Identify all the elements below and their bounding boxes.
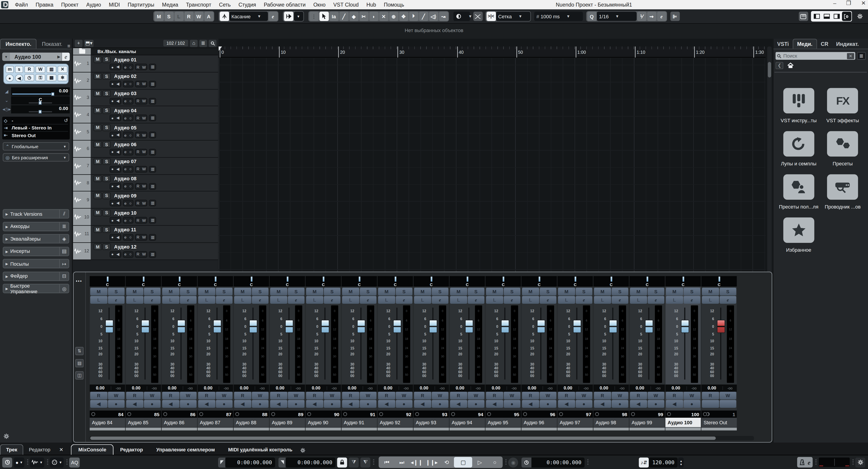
zone-setup-gear-icon[interactable] — [299, 447, 308, 455]
monitor-button[interactable]: ◀ — [234, 400, 251, 408]
close-lower-zone-icon[interactable]: ✕ — [56, 445, 67, 455]
pan-control[interactable]: C — [665, 276, 701, 287]
pan-control[interactable]: C — [629, 276, 665, 287]
tool-play[interactable]: ◁⟩ — [429, 11, 438, 21]
fader-handle[interactable] — [321, 320, 329, 333]
media-back-icon[interactable]: ❮ — [776, 62, 783, 69]
meter-peak-value[interactable]: -oo — [255, 386, 269, 390]
lanes-icon[interactable]: ▥ — [151, 65, 154, 69]
arranger-mode-button[interactable]: ◉ — [508, 457, 518, 467]
channel-name[interactable]: Аудио 91 — [342, 418, 377, 427]
automation-scope-select[interactable]: ⌃Глобальные▼ — [3, 142, 69, 150]
listen-button[interactable]: L — [522, 296, 539, 304]
menu-Файл[interactable]: Файл — [11, 0, 32, 9]
performance-monitor-icon[interactable] — [2, 457, 12, 467]
section-фейдер[interactable]: ▶Фейдер⊟ — [3, 271, 69, 281]
tool-scrub[interactable]: ⏵ — [409, 11, 418, 21]
track-row-body[interactable]: MSАудио 11●◀e○RW▥ — [91, 226, 218, 242]
track-row[interactable]: 12MSАудио 12●◀e○RW▥ — [73, 243, 218, 260]
edit-channel-icon[interactable]: e — [124, 167, 127, 171]
fader-section[interactable]: 126051015203040600006121824304050 — [557, 305, 593, 383]
write-icon[interactable]: W — [142, 235, 146, 239]
menu-Сеть[interactable]: Сеть — [215, 0, 235, 9]
insert-bypass-icon[interactable]: ○ — [129, 150, 131, 154]
toolbar-setup-gear-icon[interactable] — [855, 11, 864, 21]
lanes-icon[interactable]: ▥ — [151, 99, 154, 103]
edit-button[interactable]: e — [287, 296, 305, 304]
mixer-scrollbar[interactable] — [90, 436, 754, 440]
automation-l-button[interactable]: L — [174, 11, 184, 21]
write-button[interactable]: W — [323, 392, 340, 399]
solo-button[interactable]: S — [612, 288, 628, 295]
channel-name[interactable]: Stereo Out — [702, 418, 737, 427]
mixer-channel[interactable]: CMSLe1260510152030406000061218243040500.… — [665, 276, 701, 430]
musical-mode-button[interactable]: ✻ — [58, 74, 68, 81]
tool-erase[interactable]: ◆ — [349, 11, 359, 21]
insert-bypass-icon[interactable]: ○ — [129, 167, 131, 171]
zone-tab-midi-удалённый-контроль[interactable]: MIDI удалённый контроль — [221, 445, 299, 455]
track-filter-list-icon[interactable]: ≣ — [199, 39, 207, 47]
channel-name[interactable]: Аудио 94 — [450, 418, 485, 427]
output-routing-row[interactable]: ⇤Stereo Out — [4, 132, 68, 139]
solo-button[interactable]: S — [432, 288, 448, 295]
mute-button[interactable]: M — [630, 288, 647, 295]
io-channels-folder-row[interactable]: Вх./Вых. каналы — [73, 48, 218, 55]
track-row-body[interactable]: MSАудио 04●◀e○RW▥ — [91, 106, 218, 123]
read-button[interactable]: R — [24, 66, 34, 73]
edit-channel-icon[interactable]: e — [124, 99, 127, 103]
mixer-channel[interactable]: CMSLe1260510152030406000061218243040500.… — [270, 276, 305, 430]
forward-button[interactable]: ❙❙▸ — [424, 457, 439, 468]
mixer-channel[interactable]: CMSLe1260510152030406000061218243040500.… — [162, 276, 197, 430]
track-solo-button[interactable]: S — [102, 107, 111, 114]
tool-warp[interactable]: ↝ — [439, 11, 448, 21]
record-arm-icon[interactable]: ● — [111, 150, 114, 154]
channel-name[interactable]: Аудио 84 — [90, 418, 125, 427]
track-row[interactable]: 8MSАудио 08●◀e○RW▥ — [73, 175, 218, 192]
record-arm-button[interactable]: ● — [252, 400, 269, 408]
track-mute-button[interactable]: M — [94, 209, 102, 216]
mute-button[interactable]: M — [378, 288, 395, 295]
media-tile-hexagons[interactable]: Пресеты — [821, 131, 865, 167]
record-arm-icon[interactable]: ● — [111, 65, 114, 69]
record-arm-icon[interactable]: ● — [111, 133, 114, 137]
read-icon[interactable]: R — [136, 133, 139, 137]
freeze-button[interactable]: ▥ — [46, 66, 57, 73]
read-button[interactable]: R — [630, 392, 647, 399]
insert-bypass-icon[interactable]: ○ — [129, 65, 131, 69]
volume-value[interactable]: 0.00 — [234, 386, 254, 391]
solo-button[interactable]: S — [647, 288, 664, 295]
fader-slot[interactable] — [391, 305, 402, 383]
track-row-body[interactable]: MSАудио 06●◀e○RW▥ — [91, 140, 218, 157]
track-mute-button[interactable]: M — [94, 243, 102, 250]
mixer-fullscreen-icon[interactable]: ◫ — [75, 371, 84, 379]
left-locator-flag-icon[interactable] — [218, 457, 225, 467]
mute-button[interactable]: M — [342, 288, 359, 295]
edit-button[interactable]: e — [107, 296, 125, 304]
solo-button[interactable]: S — [503, 288, 520, 295]
fader-section[interactable]: 126051015203040600006121824304050 — [306, 305, 341, 383]
listen-button[interactable]: L — [414, 296, 431, 304]
record-arm-button[interactable]: ● — [683, 400, 700, 408]
edit-button[interactable]: e — [432, 296, 448, 304]
record-arm-button[interactable]: ● — [396, 400, 412, 408]
fader-handle[interactable] — [465, 320, 473, 333]
track-row-body[interactable]: MSАудио 03●◀e○RW▥ — [91, 90, 218, 106]
section-посылы[interactable]: ▶Посылы↦ — [3, 259, 69, 268]
monitor-icon[interactable]: ◀ — [116, 150, 119, 155]
mute-button[interactable]: M — [558, 288, 575, 295]
audiowarp-quantize-button[interactable]: ⇝ — [647, 11, 656, 21]
record-arm-button[interactable]: ● — [107, 400, 125, 408]
track-mute-button[interactable]: M — [94, 56, 102, 63]
track-mute-button[interactable]: M — [94, 124, 102, 131]
edit-channel-icon[interactable]: e — [124, 116, 127, 120]
meter-peak-value[interactable]: -oo — [434, 386, 449, 390]
automation-mode-select[interactable]: Касание▼ — [229, 11, 268, 21]
listen-button[interactable]: L — [666, 296, 683, 304]
track-solo-button[interactable]: S — [102, 175, 111, 182]
track-row[interactable]: 3MSАудио 03●◀e○RW▥ — [73, 90, 218, 106]
read-button[interactable]: R — [378, 392, 395, 399]
pan-control[interactable]: C — [413, 276, 449, 287]
track-solo-button[interactable]: S — [102, 56, 111, 63]
media-tile-star[interactable]: Избранное — [777, 217, 821, 253]
volume-value[interactable]: 0.00 — [270, 386, 291, 391]
